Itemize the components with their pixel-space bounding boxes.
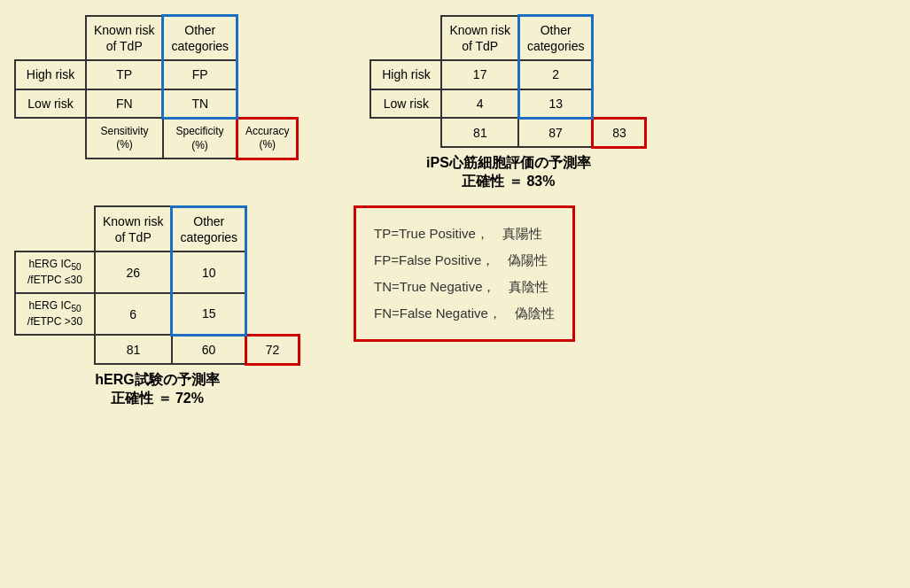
table3-fn-val: 6 <box>95 293 172 335</box>
table1-row1-label: High risk <box>15 60 86 89</box>
legend-line3: TN=True Negative， 真陰性 <box>374 274 555 300</box>
table3-corner <box>15 206 95 251</box>
table2-caption-sub: 正確性 ＝ 83% <box>369 173 647 191</box>
table2-specificity-val: 87 <box>518 118 593 147</box>
table1-blank <box>15 118 86 159</box>
table2: Known riskof TdP Othercategories High ri… <box>369 14 647 149</box>
table3-specificity-val: 60 <box>172 335 246 364</box>
table3: Known riskof TdP Othercategories hERG IC… <box>14 205 300 366</box>
table1-specificity: Specificity(%) <box>163 118 237 159</box>
table3-sensitivity-val: 81 <box>95 335 172 364</box>
table2-col-header1: Known riskof TdP <box>441 16 518 61</box>
table3-col-header2: Othercategories <box>172 206 246 251</box>
table1-tn: TN <box>163 89 237 119</box>
table2-row1-label: High risk <box>370 60 441 89</box>
table2-row2-label: Low risk <box>370 89 441 119</box>
legend-line2: FP=False Positive， 偽陽性 <box>374 247 555 274</box>
legend-box: TP=True Positive， 真陽性 FP=False Positive，… <box>354 205 575 342</box>
legend-line4: FN=False Negative， 偽陰性 <box>374 300 555 327</box>
table3-row2-label: hERG IC50/fETPC >30 <box>15 293 95 335</box>
table1-tp: TP <box>86 60 163 89</box>
table3-blank <box>15 335 95 364</box>
bottom-container: Known riskof TdP Othercategories hERG IC… <box>14 205 896 408</box>
table3-row1-label: hERG IC50/fETPC ≤30 <box>15 251 95 293</box>
table1-fn: FN <box>86 89 163 119</box>
table3-tn-val: 15 <box>172 293 246 335</box>
table1-col-header1: Known riskof TdP <box>86 16 163 61</box>
page-container: Known riskof TdP Othercategories High ri… <box>0 0 910 588</box>
table3-fp-val: 10 <box>172 251 246 293</box>
legend-tp-prefix: TP=True Positive， 真陽性 <box>374 226 542 241</box>
table2-fn-val: 4 <box>441 89 518 119</box>
table1-accuracy: Accuracy(%) <box>237 118 298 159</box>
legend-tn-prefix: TN=True Negative， 真陰性 <box>374 279 548 294</box>
table1-sensitivity: Sensitivity(%) <box>86 118 163 159</box>
table2-section: Known riskof TdP Othercategories High ri… <box>369 14 647 191</box>
table2-sensitivity-val: 81 <box>441 118 518 147</box>
table3-tp-val: 26 <box>95 251 172 293</box>
table3-caption-sub: 正確性 ＝ 72% <box>14 390 300 408</box>
table3-accuracy-val: 72 <box>246 335 299 364</box>
table3-caption: hERG試験の予測率 <box>14 371 300 390</box>
table3-col-header1: Known riskof TdP <box>95 206 172 251</box>
table1-section: Known riskof TdP Othercategories High ri… <box>14 14 299 160</box>
top-container: Known riskof TdP Othercategories High ri… <box>14 14 896 191</box>
table2-tn-val: 13 <box>518 89 593 119</box>
table1: Known riskof TdP Othercategories High ri… <box>14 14 299 160</box>
table2-tp-val: 17 <box>441 60 518 89</box>
table2-fp-val: 2 <box>518 60 593 89</box>
table1-col-header2: Othercategories <box>163 16 237 61</box>
legend-fn-prefix: FN=False Negative， 偽陰性 <box>374 306 555 321</box>
legend-fp-text: FP=False Positive， 偽陽性 <box>374 252 548 267</box>
table2-col-header2: Othercategories <box>518 16 593 61</box>
table1-corner <box>15 16 86 61</box>
table1-row2-label: Low risk <box>15 89 86 119</box>
table2-accuracy-val: 83 <box>593 118 646 147</box>
table2-caption: iPS心筋細胞評価の予測率 <box>369 154 647 173</box>
table1-fp: FP <box>163 60 237 89</box>
table2-blank <box>370 118 441 147</box>
table3-section: Known riskof TdP Othercategories hERG IC… <box>14 205 300 408</box>
legend-line1: TP=True Positive， 真陽性 <box>374 220 555 247</box>
table2-corner <box>370 16 441 61</box>
